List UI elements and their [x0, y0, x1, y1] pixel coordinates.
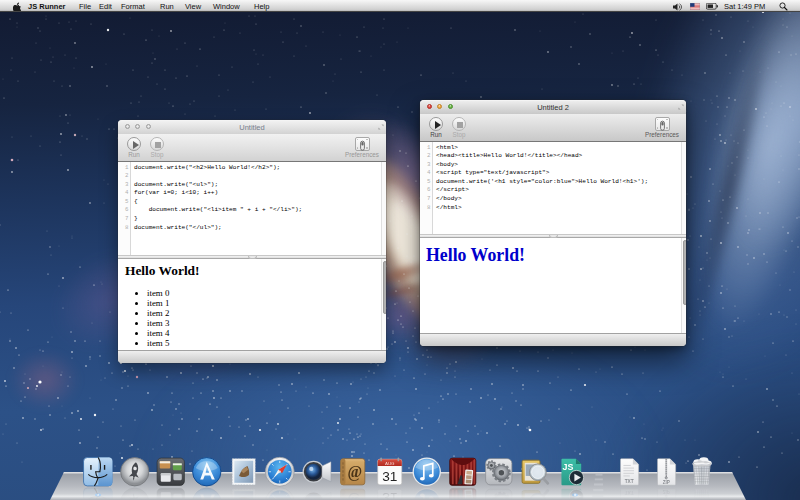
svg-text:AUG: AUG — [385, 460, 395, 465]
svg-text:JS: JS — [563, 461, 574, 471]
svg-text:31: 31 — [382, 469, 397, 484]
svg-text:TXT: TXT — [625, 478, 634, 483]
svg-text:@: @ — [348, 463, 363, 481]
svg-text:ZIP: ZIP — [663, 479, 670, 484]
